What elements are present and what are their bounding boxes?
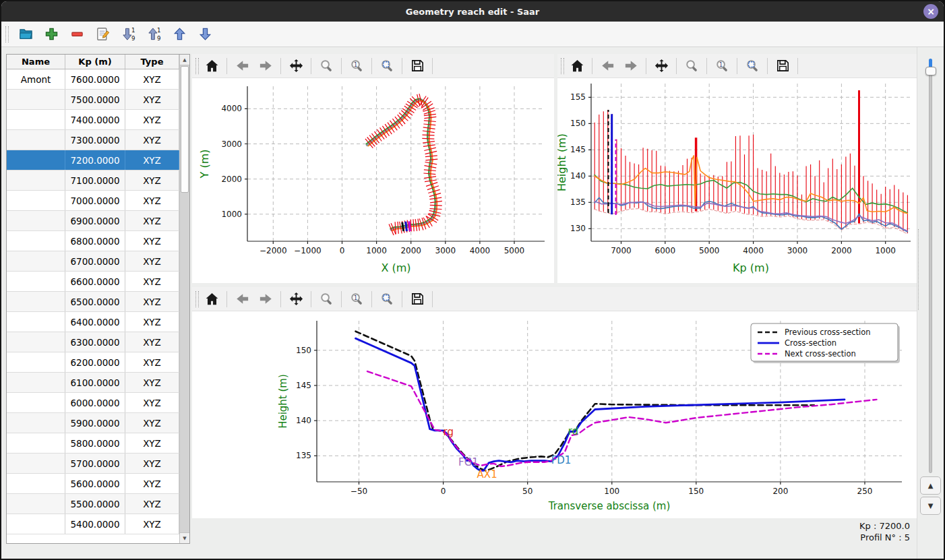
forward-button[interactable] xyxy=(255,290,276,309)
delete-profile-button[interactable] xyxy=(68,26,86,43)
table-row[interactable]: 6500.0000XYZ xyxy=(7,292,179,312)
svg-text:Height (m): Height (m) xyxy=(557,133,568,191)
table-row[interactable]: 6900.0000XYZ xyxy=(7,211,179,231)
zoom-button[interactable] xyxy=(315,290,337,309)
zoom-one-to-one-button[interactable]: 1 xyxy=(346,57,367,75)
title-bar[interactable]: Geometry reach edit - Saar × xyxy=(1,1,944,22)
table-row[interactable]: 5500.0000XYZ xyxy=(7,494,179,514)
save-figure-button[interactable] xyxy=(772,57,793,75)
table-row[interactable]: 5800.0000XYZ xyxy=(7,433,179,454)
planform-pane: 1 −2000−10000100020003000400050001000200… xyxy=(192,54,554,283)
toolbar-grip[interactable] xyxy=(5,26,9,42)
svg-text:FD1: FD1 xyxy=(551,454,572,466)
svg-text:2000: 2000 xyxy=(831,246,852,255)
save-figure-button[interactable] xyxy=(406,57,428,75)
toolbar-grip[interactable] xyxy=(195,291,199,307)
zoom-selection-button[interactable] xyxy=(376,57,398,75)
window-title: Geometry reach edit - Saar xyxy=(406,7,539,17)
arrow-up-icon xyxy=(172,26,187,42)
table-row[interactable]: 5700.0000XYZ xyxy=(7,454,179,474)
cell-type: XYZ xyxy=(125,454,179,473)
table-row[interactable]: Amont7600.0000XYZ xyxy=(7,69,179,90)
splitter-grip[interactable] xyxy=(918,229,921,310)
main-toolbar-buttons: 1919 xyxy=(17,26,214,43)
toolbar-grip[interactable] xyxy=(561,58,564,74)
back-button[interactable] xyxy=(231,290,253,309)
longitudinal-plot[interactable]: 7000600050004000300020001000130135140145… xyxy=(557,78,917,278)
svg-text:Previous cross-section: Previous cross-section xyxy=(785,328,871,337)
toolbar-separator xyxy=(402,291,402,307)
table-row[interactable]: 5900.0000XYZ xyxy=(7,413,179,433)
close-button[interactable]: × xyxy=(923,4,938,19)
table-row[interactable]: 6400.0000XYZ xyxy=(7,312,179,332)
home-button[interactable] xyxy=(201,290,222,309)
cell-kp: 7100.0000 xyxy=(65,170,125,190)
cell-name xyxy=(7,251,65,271)
profile-slider-track[interactable] xyxy=(929,59,932,473)
cross-section-plot[interactable]: −50050100150200250135140145150Transverse… xyxy=(192,311,915,516)
table-row[interactable]: 7000.0000XYZ xyxy=(7,191,179,211)
move-profile-down-button[interactable] xyxy=(196,26,214,43)
zoom-one-to-one-button[interactable]: 1 xyxy=(346,290,367,309)
table-row[interactable]: 7100.0000XYZ xyxy=(7,170,179,191)
table-row[interactable]: 6100.0000XYZ xyxy=(7,373,179,393)
profile-up-button[interactable]: ▲ xyxy=(920,476,941,495)
svg-text:6000: 6000 xyxy=(655,246,676,255)
table-row[interactable]: 6000.0000XYZ xyxy=(7,393,179,413)
pan-button[interactable] xyxy=(285,290,307,309)
add-profile-button[interactable] xyxy=(42,26,60,43)
column-header-name[interactable]: Name xyxy=(7,55,65,69)
svg-text:1: 1 xyxy=(719,61,722,68)
column-header-type[interactable]: Type xyxy=(125,55,179,69)
table-row[interactable]: 7300.0000XYZ xyxy=(7,130,179,150)
profile-down-button[interactable]: ▼ xyxy=(920,497,941,515)
scrollbar-thumb[interactable] xyxy=(181,66,189,193)
back-button[interactable] xyxy=(231,57,253,75)
zoom-selection-button[interactable] xyxy=(376,290,398,309)
zoom-selection-button[interactable] xyxy=(741,57,763,75)
pan-button[interactable] xyxy=(285,57,307,75)
sort-descending-button[interactable]: 19 xyxy=(119,26,137,43)
toolbar-grip[interactable] xyxy=(195,58,199,74)
zoom-one-to-one-button[interactable]: 1 xyxy=(711,57,733,75)
toolbar-separator xyxy=(280,58,281,74)
table-row[interactable]: 6600.0000XYZ xyxy=(7,272,179,292)
save-figure-button[interactable] xyxy=(406,290,428,309)
zoom-button[interactable] xyxy=(681,57,702,75)
table-row[interactable]: 5400.0000XYZ xyxy=(7,514,179,534)
home-button[interactable] xyxy=(201,57,222,75)
svg-text:−1000: −1000 xyxy=(294,246,322,255)
table-row[interactable]: 6700.0000XYZ xyxy=(7,251,179,272)
up-triangle-icon: ▲ xyxy=(928,482,934,489)
table-row[interactable]: 6800.0000XYZ xyxy=(7,231,179,251)
planform-plot[interactable]: −2000−1000010002000300040005000100020003… xyxy=(192,78,554,278)
edit-profile-button[interactable] xyxy=(94,26,111,43)
cell-type: XYZ xyxy=(125,332,179,352)
svg-text:1000: 1000 xyxy=(875,246,896,255)
forward-button[interactable] xyxy=(255,57,276,75)
back-button[interactable] xyxy=(597,57,618,75)
sort-ascending-button[interactable]: 19 xyxy=(145,26,162,43)
table-row[interactable]: 7400.0000XYZ xyxy=(7,110,179,130)
svg-text:150: 150 xyxy=(688,487,704,496)
scroll-up-icon[interactable]: ▲ xyxy=(180,55,189,65)
table-row[interactable]: 7200.0000XYZ xyxy=(7,150,179,170)
table-row[interactable]: 6300.0000XYZ xyxy=(7,332,179,352)
column-header-kp[interactable]: Kp (m) xyxy=(65,55,125,69)
cell-type: XYZ xyxy=(125,312,179,332)
cell-kp: 6600.0000 xyxy=(65,272,125,291)
table-row[interactable]: 5600.0000XYZ xyxy=(7,474,179,494)
profile-slider-handle[interactable] xyxy=(925,67,936,75)
table-row[interactable]: 6200.0000XYZ xyxy=(7,352,179,373)
zoom-button[interactable] xyxy=(315,57,337,75)
home-button[interactable] xyxy=(566,57,588,75)
scroll-down-icon[interactable]: ▼ xyxy=(180,532,189,543)
table-scrollbar[interactable]: ▲ ▼ xyxy=(179,55,189,543)
move-profile-up-button[interactable] xyxy=(171,26,188,43)
open-file-button[interactable] xyxy=(17,26,34,43)
svg-text:−2000: −2000 xyxy=(260,246,287,255)
profile-slider-column: ▲ ▼ xyxy=(917,47,944,559)
forward-button[interactable] xyxy=(620,57,642,75)
pan-button[interactable] xyxy=(650,57,672,75)
table-row[interactable]: 7500.0000XYZ xyxy=(7,90,179,110)
